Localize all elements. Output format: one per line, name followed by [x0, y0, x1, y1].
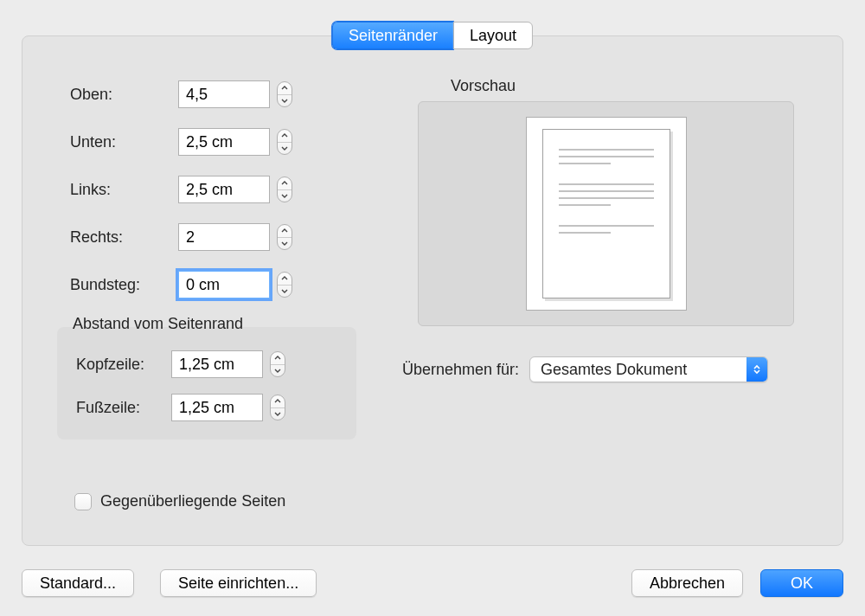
- margins-group: Oben: Unten:: [70, 80, 356, 318]
- right-stepper[interactable]: [277, 224, 292, 250]
- apply-to-label: Übernehmen für:: [402, 361, 519, 379]
- chevron-up-icon[interactable]: [278, 273, 292, 286]
- mirror-margins-checkbox[interactable]: [74, 493, 92, 510]
- page-setup-dialog: Seitenränder Layout Oben: Unten:: [0, 0, 865, 616]
- chevron-down-icon[interactable]: [278, 143, 292, 155]
- chevron-up-icon[interactable]: [278, 130, 292, 143]
- chevron-up-icon[interactable]: [278, 82, 292, 95]
- top-stepper[interactable]: [277, 81, 292, 107]
- left-field[interactable]: [178, 176, 270, 203]
- bottom-stepper[interactable]: [277, 129, 292, 155]
- chevron-up-icon[interactable]: [278, 225, 292, 238]
- top-label: Oben:: [70, 86, 178, 104]
- page-setup-button[interactable]: Seite einrichten...: [160, 569, 317, 597]
- edge-distance-legend: Abstand vom Seitenrand: [69, 315, 247, 333]
- mirror-margins-row: Gegenüberliegende Seiten: [74, 492, 285, 510]
- tab-bar: Seitenränder Layout: [332, 22, 533, 49]
- right-field[interactable]: [178, 223, 270, 251]
- preview-box: [418, 101, 794, 326]
- chevron-down-icon[interactable]: [271, 408, 285, 420]
- button-bar: Standard... Seite einrichten... Abbreche…: [0, 567, 865, 600]
- chevron-down-icon[interactable]: [278, 95, 292, 107]
- apply-to-popup[interactable]: Gesamtes Dokument: [529, 356, 768, 382]
- tab-margins[interactable]: Seitenränder: [332, 22, 453, 49]
- left-label: Links:: [70, 181, 178, 199]
- preview-page: [526, 117, 687, 311]
- chevron-up-icon[interactable]: [278, 177, 292, 190]
- gutter-stepper[interactable]: [277, 272, 292, 298]
- preview-label: Vorschau: [451, 77, 516, 95]
- right-label: Rechts:: [70, 228, 178, 247]
- bottom-label: Unten:: [70, 133, 178, 151]
- cancel-button[interactable]: Abbrechen: [631, 569, 743, 597]
- edge-distance-fieldset: Abstand vom Seitenrand Kopfzeile: Fußzei…: [57, 327, 356, 440]
- chevron-up-icon[interactable]: [271, 352, 285, 365]
- top-field[interactable]: [178, 80, 270, 108]
- ok-button[interactable]: OK: [760, 569, 843, 597]
- tab-layout[interactable]: Layout: [453, 22, 533, 49]
- preview-page-inner: [542, 129, 670, 298]
- chevron-down-icon[interactable]: [278, 238, 292, 250]
- footer-stepper[interactable]: [270, 395, 285, 420]
- header-field[interactable]: [171, 350, 263, 378]
- default-button[interactable]: Standard...: [22, 569, 134, 597]
- chevron-down-icon[interactable]: [278, 286, 292, 298]
- apply-to-value: Gesamtes Dokument: [541, 361, 687, 379]
- gutter-field[interactable]: [178, 271, 270, 298]
- chevron-up-icon[interactable]: [271, 395, 285, 408]
- footer-field[interactable]: [171, 394, 263, 421]
- left-stepper[interactable]: [277, 176, 292, 202]
- chevron-down-icon[interactable]: [271, 365, 285, 377]
- apply-to-row: Übernehmen für: Gesamtes Dokument: [402, 356, 768, 382]
- footer-label: Fußzeile:: [76, 399, 171, 417]
- content-panel: Oben: Unten:: [22, 35, 843, 546]
- gutter-label: Bundsteg:: [70, 276, 178, 294]
- chevron-down-icon[interactable]: [278, 190, 292, 202]
- header-stepper[interactable]: [270, 351, 285, 377]
- bottom-field[interactable]: [178, 128, 270, 156]
- header-label: Kopfzeile:: [76, 356, 171, 374]
- updown-arrows-icon: [746, 357, 767, 382]
- mirror-margins-label: Gegenüberliegende Seiten: [100, 492, 285, 510]
